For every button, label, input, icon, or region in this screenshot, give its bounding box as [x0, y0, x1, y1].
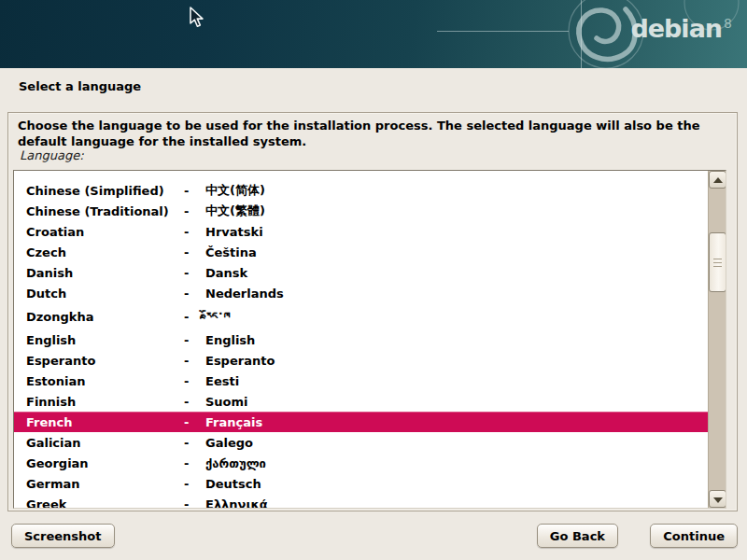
language-list-item[interactable]: Danish - Dansk: [14, 262, 708, 283]
scroll-up-button[interactable]: [709, 171, 726, 189]
language-separator: -: [184, 333, 205, 347]
language-english-name: Estonian: [26, 374, 184, 388]
brand-logo-text: debian8: [630, 16, 732, 41]
language-list-item[interactable]: Georgian - ქართული: [14, 453, 708, 473]
language-separator: -: [184, 354, 205, 368]
language-english-name: French: [26, 415, 184, 429]
language-separator: -: [184, 477, 205, 491]
language-separator: -: [184, 374, 205, 388]
language-rows: Chinese (Simplified) - 中文(简体) Chinese (T…: [14, 171, 708, 509]
language-list-item[interactable]: Czech - Čeština: [14, 242, 708, 262]
language-english-name: Chinese (Traditional): [26, 204, 184, 218]
language-english-name: English: [26, 333, 184, 347]
language-english-name: Danish: [26, 266, 184, 280]
language-separator: -: [184, 225, 205, 239]
language-native-name: Nederlands: [205, 287, 284, 301]
mouse-cursor-icon: [189, 7, 205, 29]
language-list-item[interactable]: Greek - Ελληνικά: [14, 494, 708, 509]
language-native-name: Deutsch: [205, 477, 261, 491]
scrollbar-thumb[interactable]: [709, 232, 726, 292]
language-list-item[interactable]: Esperanto - Esperanto: [14, 350, 708, 371]
language-native-name: Eesti: [205, 374, 239, 388]
language-english-name: Georgian: [26, 456, 184, 470]
language-separator: -: [184, 287, 205, 301]
language-separator: -: [184, 266, 205, 280]
language-listbox[interactable]: Chinese (Simplified) - 中文(简体) Chinese (T…: [13, 170, 726, 509]
language-separator: -: [184, 310, 205, 324]
language-english-name: Chinese (Simplified): [26, 184, 184, 198]
language-list-item[interactable]: German - Deutsch: [14, 473, 708, 494]
crosshair-lines: [437, 0, 582, 68]
language-list-item[interactable]: Estonian - Eesti: [14, 371, 708, 391]
language-list-item[interactable]: Croatian - Hrvatski: [14, 221, 708, 242]
main-content-frame: Choose the language to be used for the i…: [7, 112, 738, 511]
language-native-name: Français: [205, 415, 262, 429]
scroll-down-button[interactable]: [709, 490, 726, 508]
language-native-name: Čeština: [205, 245, 257, 259]
language-native-name: Dansk: [205, 266, 247, 280]
language-english-name: Greek: [26, 497, 184, 510]
language-separator: -: [184, 395, 205, 409]
language-english-name: Esperanto: [26, 354, 184, 368]
language-english-name: Czech: [26, 245, 184, 259]
language-english-name: Finnish: [26, 395, 184, 409]
language-list-item[interactable]: Finnish - Suomi: [14, 391, 708, 412]
language-list-item[interactable]: Dzongkha - རྫོང་ཁ: [14, 303, 708, 329]
language-english-name: Dutch: [26, 287, 184, 301]
language-english-name: German: [26, 477, 184, 491]
debian-installer-window: { "banner": { "brand": "debian", "versio…: [0, 0, 747, 560]
go-back-button[interactable]: Go Back: [537, 524, 618, 548]
continue-button[interactable]: Continue: [650, 524, 738, 548]
language-english-name: Dzongkha: [26, 310, 184, 324]
language-separator: -: [184, 436, 205, 450]
language-native-name: Ελληνικά: [205, 497, 268, 510]
language-list-item[interactable]: Chinese (Traditional) - 中文(繁體): [14, 201, 708, 221]
language-native-name: Esperanto: [205, 354, 275, 368]
language-native-name: ქართული: [205, 456, 266, 470]
brand-version: 8: [724, 16, 732, 31]
page-title: Select a language: [19, 79, 141, 93]
language-native-name: Hrvatski: [205, 225, 263, 239]
vertical-scrollbar[interactable]: [708, 171, 726, 508]
language-separator: -: [184, 204, 205, 218]
language-list-item[interactable]: Galician - Galego: [14, 432, 708, 453]
language-separator: -: [184, 245, 205, 259]
language-list-item[interactable]: English - English: [14, 329, 708, 350]
language-list-item[interactable]: Chinese (Simplified) - 中文(简体): [14, 180, 708, 201]
language-field-label: Language:: [20, 148, 84, 162]
language-native-name: 中文(简体): [205, 182, 265, 199]
language-native-name: 中文(繁體): [205, 203, 265, 219]
language-separator: -: [184, 497, 205, 510]
language-native-name: English: [205, 333, 255, 347]
language-native-name: Galego: [205, 436, 253, 450]
language-list-item[interactable]: French - Français: [14, 412, 708, 432]
instruction-text: Choose the language to be used for the i…: [18, 118, 731, 149]
language-list-item[interactable]: Dutch - Nederlands: [14, 283, 708, 303]
language-native-name: Suomi: [205, 395, 248, 409]
language-separator: -: [184, 184, 205, 198]
language-native-name: རྫོང་ཁ: [205, 310, 230, 324]
installer-banner: debian8: [0, 0, 747, 68]
language-separator: -: [184, 415, 205, 429]
screenshot-button[interactable]: Screenshot: [11, 524, 115, 548]
language-separator: -: [184, 456, 205, 470]
language-english-name: Galician: [26, 436, 184, 450]
language-english-name: Croatian: [26, 225, 184, 239]
